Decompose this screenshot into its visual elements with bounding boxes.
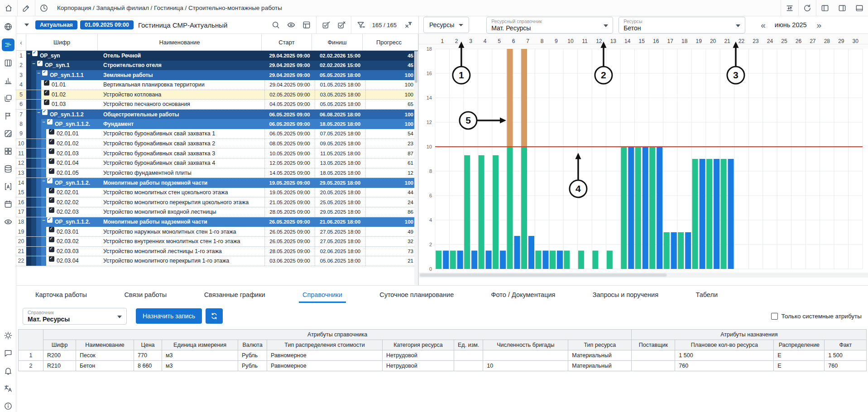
flag-icon[interactable] [2,110,14,122]
prev-month-button[interactable]: « [761,21,765,29]
info-icon[interactable] [2,400,14,412]
check-all-button[interactable] [318,17,334,33]
table-row[interactable]: 1902.03.01Устройство наружных монолитных… [16,227,418,237]
system-attributes-checkbox[interactable] [771,313,778,320]
collapse-panel-icon[interactable]: ‹ [20,38,22,46]
tab-6[interactable]: Фото / Документация [490,287,556,303]
edit-button[interactable] [18,0,35,16]
version-dropdown-caret[interactable] [24,24,29,26]
table-row[interactable]: 1602.02.02Устройство монолитного перекры… [16,197,418,207]
visibility-button[interactable] [283,17,299,33]
row-checkbox[interactable] [49,207,54,213]
table-row[interactable]: 501.02Устройство котлована02.05.2025 09:… [16,90,418,100]
row-checkbox[interactable] [49,197,54,203]
tab-5[interactable]: Суточное планирование [379,287,455,303]
bell-icon[interactable] [2,365,14,377]
row-checkbox[interactable] [49,256,54,262]
table-row[interactable]: 3–OP_syn.1.1.1Земляные работы29.04.2025 … [16,70,418,80]
table-row[interactable]: 8–OP_syn.1.1.2.Фундамент06.05.2025 09:00… [16,119,418,129]
row-checkbox[interactable] [49,168,54,174]
column-header-progress[interactable]: Прогресс [363,34,415,50]
table-row[interactable]: 7–OP_syn.1.1.2Общестроительные работы06.… [16,110,418,120]
collapse-minus-icon[interactable]: – [41,217,46,227]
column-header-start[interactable]: Старт [262,34,312,50]
row-checkbox[interactable] [32,51,38,56]
table-row[interactable]: 1–OP_synОтель Речной29.04.2025 09:0002.0… [16,51,418,61]
next-month-button[interactable]: » [817,21,821,29]
tab-4[interactable]: Справочники [302,287,343,303]
brightness-icon[interactable] [2,330,14,341]
translate-icon[interactable] [2,383,14,394]
collapse-minus-icon[interactable]: – [41,119,46,129]
row-checkbox[interactable] [49,158,54,164]
row-checkbox[interactable] [49,247,54,252]
table-row[interactable]: 1202.01.04Устройство буронабивных свай з… [16,158,418,168]
grid-blocks-icon[interactable] [2,145,14,157]
uncheck-all-button[interactable] [334,17,349,33]
collapse-minus-icon[interactable]: – [41,178,46,188]
row-checkbox[interactable] [37,61,43,66]
table-row[interactable]: 601.03Устройство песчаного основания04.0… [16,100,418,110]
columns-layout-button[interactable] [299,17,314,33]
table-row[interactable]: 1102.01.03Устройство буронабивных свай з… [16,149,418,158]
assign-record-button[interactable]: Назначить запись [136,308,202,324]
table-row[interactable]: 1R200Песок770м3РубльРавномерноеНетрудово… [19,350,867,361]
column-header-name[interactable]: Наименование [98,34,262,50]
row-checkbox[interactable] [49,139,54,144]
table-row[interactable]: 401.01Вертикальная планировка территории… [16,80,418,90]
attribute-a-icon[interactable] [2,181,14,192]
kanban-icon[interactable] [2,57,14,69]
row-checkbox[interactable] [42,70,48,76]
row-checkbox[interactable] [47,178,53,183]
resources-dropdown-button[interactable]: Ресурсы [423,17,469,33]
table-row[interactable]: 1702.02.03Устройство монолитной входной … [16,207,418,217]
row-checkbox[interactable] [49,237,54,242]
table-row[interactable]: 2–OP_syn.1Строительство отеля29.04.2025 … [16,61,418,71]
refresh-button[interactable] [799,0,816,16]
collapse-minus-icon[interactable]: – [36,70,41,80]
clear-filter-button[interactable] [400,17,416,33]
column-header-code[interactable]: Шифр [26,34,98,50]
collapse-minus-icon[interactable]: – [26,51,31,61]
table-row[interactable]: 2R210Бетон8 660м3РубльРавномерноеНетрудо… [19,361,867,371]
globe-icon[interactable] [2,21,14,33]
row-checkbox[interactable] [44,90,49,96]
collapse-minus-icon[interactable]: – [36,110,41,120]
row-checkbox[interactable] [42,110,48,115]
comment-icon[interactable] [2,347,14,359]
table-row[interactable]: 2202.03.04Устройство монолитного перекры… [16,256,418,266]
history-button[interactable] [35,0,53,16]
row-checkbox[interactable] [47,119,53,125]
table-row[interactable]: 902.01.01Устройство буронабивных свай за… [16,129,418,139]
hatch-icon[interactable] [2,128,14,139]
vertical-scrollbar[interactable] [414,51,418,285]
gantt-module-active-icon[interactable] [2,38,14,51]
layers-icon[interactable] [2,92,14,104]
layout-right-panel-button[interactable] [834,0,851,16]
eye-icon[interactable] [2,216,14,228]
row-checkbox[interactable] [47,217,53,223]
resource-dictionary-select[interactable]: Ресурсный справочник Мат. Ресурсы [486,17,613,34]
search-button[interactable] [268,17,283,33]
collapse-minus-icon[interactable]: – [31,61,36,71]
table-row[interactable]: 18–OP_syn.1.1.2.Монолитные работы надзем… [16,217,418,227]
bar-chart-icon[interactable] [2,75,14,86]
tab-1[interactable]: Карточка работы [34,287,88,303]
filter-button[interactable] [353,17,369,33]
row-checkbox[interactable] [49,188,54,193]
column-header-finish[interactable]: Финиш [312,34,363,50]
table-row[interactable]: 1502.02.01Устройство монолитных стен цок… [16,188,418,198]
layout-bottom-panel-button[interactable] [851,0,868,16]
row-checkbox[interactable] [49,149,54,154]
scrollbar-thumb[interactable] [415,51,417,83]
sort-sync-button[interactable] [781,0,798,16]
tab-7[interactable]: Запросы и поручения [592,287,659,303]
calendar-icon[interactable] [2,198,14,210]
tab-2[interactable]: Связи работы [123,287,168,303]
row-checkbox[interactable] [44,80,49,86]
tab-8[interactable]: Табели [695,287,719,303]
dictionary-select[interactable]: Справочник Мат. Ресурсы [23,308,127,325]
row-checkbox[interactable] [44,100,49,105]
layout-left-panel-button[interactable] [816,0,834,16]
row-checkbox[interactable] [49,129,54,134]
